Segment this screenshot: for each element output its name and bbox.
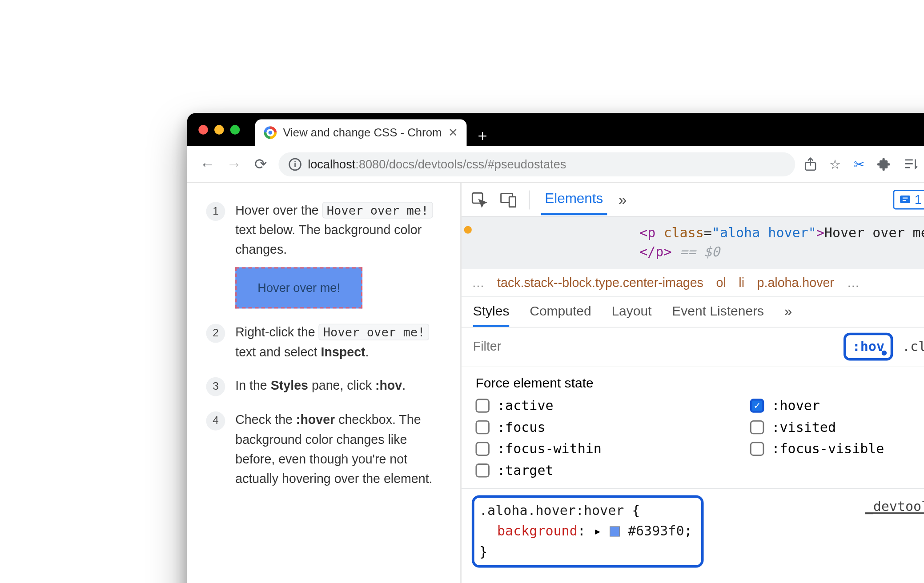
step-4: 4 Check the :hover checkbox. The backgro… (206, 411, 447, 489)
close-tab-icon[interactable]: ✕ (448, 126, 458, 140)
subtab-event-listeners[interactable]: Event Listeners (672, 303, 764, 327)
styles-filter-bar: :hov .cls ＋ (462, 327, 924, 366)
share-icon[interactable] (804, 157, 817, 171)
chk-focus-visible[interactable]: :focus-visible (750, 441, 924, 456)
page-content: 1 Hover over the Hover over me! text bel… (187, 183, 461, 583)
scissors-icon[interactable]: ✂ (854, 156, 864, 172)
subtab-computed[interactable]: Computed (530, 303, 591, 327)
favicon-chrome-icon (264, 126, 277, 139)
crumb[interactable]: li (739, 276, 744, 290)
crumb[interactable]: p.aloha.hover (757, 276, 834, 290)
subtab-layout[interactable]: Layout (611, 303, 651, 327)
more-subtabs-icon[interactable]: » (784, 303, 792, 327)
breadcrumb-overflow-icon[interactable]: … (847, 276, 860, 290)
browser-window: View and change CSS - Chrom ✕ ＋ ⌄ ← → ⟳ … (187, 113, 924, 583)
svg-rect-5 (509, 196, 515, 207)
inspect-icon[interactable] (470, 191, 488, 208)
pseudo-state-marker-icon (464, 226, 472, 234)
toggle-hov-button[interactable]: :hov (844, 332, 893, 360)
maximize-window-icon[interactable] (230, 125, 240, 134)
reload-button[interactable]: ⟳ (252, 155, 269, 173)
step-number: 2 (206, 324, 225, 343)
tab-elements[interactable]: Elements (541, 184, 607, 215)
force-state-panel: Force element state :active ✓:hover :foc… (462, 366, 924, 489)
more-tabs-icon[interactable]: » (619, 191, 627, 208)
step-3: 3 In the Styles pane, click :hov. (206, 376, 447, 396)
reading-list-icon[interactable] (904, 158, 918, 171)
back-button[interactable]: ← (198, 155, 216, 173)
bookmark-icon[interactable]: ☆ (829, 156, 841, 172)
url-host: localhost:8080/docs/devtools/css/#pseudo… (308, 157, 566, 171)
chk-visited[interactable]: :visited (750, 419, 924, 435)
rule-property[interactable]: background (497, 523, 578, 539)
subtab-styles[interactable]: Styles (473, 303, 510, 327)
rule-source-link[interactable]: _devtools.scss:25 (865, 496, 924, 517)
breadcrumbs: … tack.stack--block.type.center-images o… (462, 268, 924, 297)
step-number: 4 (206, 411, 225, 431)
browser-tab[interactable]: View and change CSS - Chrom ✕ (255, 119, 467, 146)
devtools-toolbar: Elements » 1 ⚙ ⋮ ✕ (462, 183, 924, 217)
address-bar[interactable]: i localhost:8080/docs/devtools/css/#pseu… (278, 152, 795, 176)
styles-subtabs: Styles Computed Layout Event Listeners » (462, 297, 924, 327)
device-toggle-icon[interactable] (500, 192, 518, 208)
window-controls (187, 125, 240, 134)
css-rule[interactable]: _devtools.scss:25 .aloha.hover:hover { b… (462, 489, 924, 574)
rule-value[interactable]: #6393f0 (628, 523, 684, 539)
issues-count: 1 (915, 192, 922, 207)
crumb[interactable]: ol (716, 276, 726, 290)
toolbar: ← → ⟳ i localhost:8080/docs/devtools/css… (187, 146, 924, 183)
issues-button[interactable]: 1 (893, 190, 924, 209)
tab-title: View and change CSS - Chrom (283, 126, 442, 139)
titlebar: View and change CSS - Chrom ✕ ＋ ⌄ (187, 113, 924, 146)
devtools-panel: Elements » 1 ⚙ ⋮ ✕ <p class="aloha hover… (462, 183, 924, 583)
minimize-window-icon[interactable] (214, 125, 224, 134)
svg-rect-6 (900, 195, 910, 203)
crumb[interactable]: tack.stack--block.type.center-images (497, 276, 703, 290)
dom-selected-node[interactable]: <p class="aloha hover">Hover over me! </… (462, 217, 924, 269)
chk-hover[interactable]: ✓:hover (750, 398, 924, 413)
step-2: 2 Right-click the Hover over me! text an… (206, 323, 447, 362)
toolbar-actions: ☆ ✂ ⋮ (804, 155, 924, 174)
toggle-cls-button[interactable]: .cls (902, 339, 924, 354)
step-number: 1 (206, 202, 225, 221)
forward-button[interactable]: → (225, 155, 243, 173)
rule-selector[interactable]: .aloha.hover:hover (479, 503, 624, 518)
tabstrip: View and change CSS - Chrom ✕ ＋ ⌄ (255, 113, 924, 146)
chk-focus[interactable]: :focus (475, 419, 724, 435)
code-inline: Hover over me! (319, 324, 430, 340)
step-number: 3 (206, 377, 225, 396)
new-tab-button[interactable]: ＋ (472, 124, 494, 146)
styles-filter-input[interactable] (470, 335, 835, 358)
close-window-icon[interactable] (198, 125, 208, 134)
content: 1 Hover over the Hover over me! text bel… (187, 183, 924, 583)
breadcrumb-overflow-icon[interactable]: … (472, 276, 485, 290)
hover-over-me-demo[interactable]: Hover over me! (235, 267, 362, 309)
code-inline: Hover over me! (322, 202, 433, 218)
extensions-icon[interactable] (877, 157, 891, 171)
chk-focus-within[interactable]: :focus-within (475, 441, 724, 456)
chk-target[interactable]: :target (475, 463, 724, 478)
chk-active[interactable]: :active (475, 398, 724, 413)
step-1: 1 Hover over the Hover over me! text bel… (206, 200, 447, 309)
site-info-icon[interactable]: i (289, 158, 301, 171)
force-state-heading: Force element state (475, 375, 924, 390)
color-swatch-icon[interactable] (610, 527, 620, 537)
